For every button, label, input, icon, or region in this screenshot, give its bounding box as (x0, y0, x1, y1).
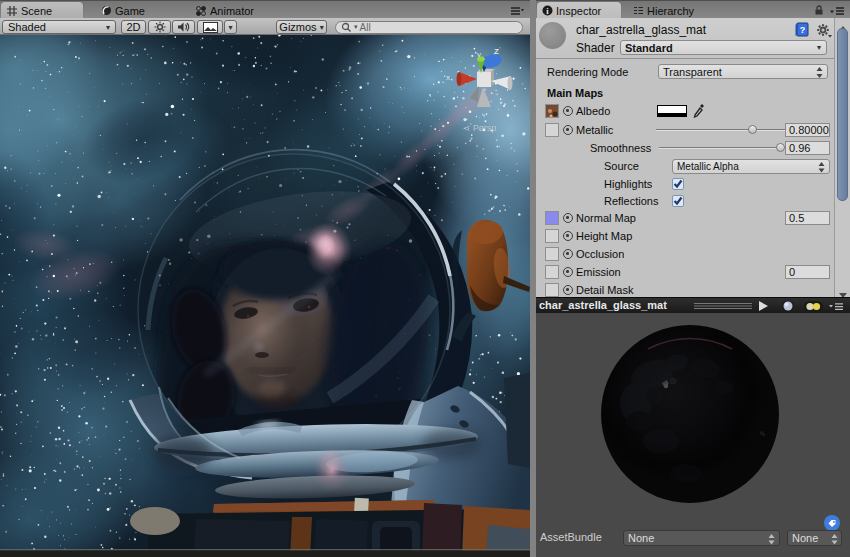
svg-text:?: ? (800, 25, 806, 35)
svg-text:⋖ Persp: ⋖ Persp (463, 123, 497, 133)
svg-text:x: x (446, 73, 450, 82)
